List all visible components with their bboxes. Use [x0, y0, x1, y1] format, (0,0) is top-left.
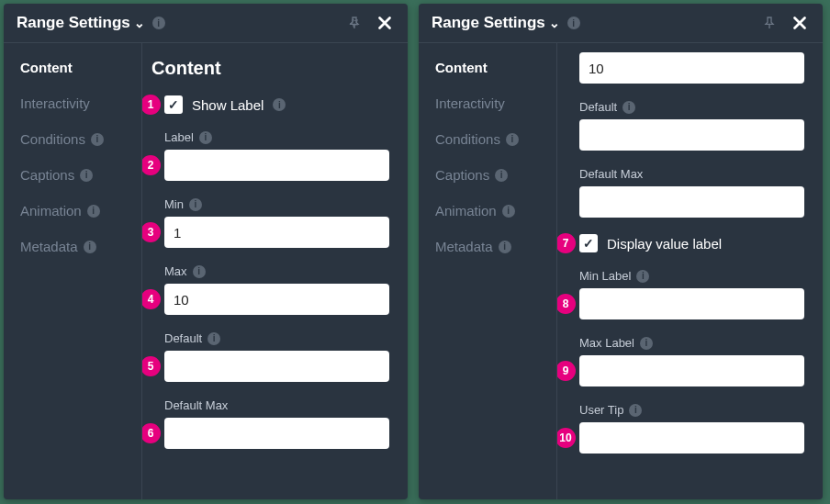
sidebar-item-label: Conditions	[435, 131, 500, 147]
field-label: Max Labeli	[579, 336, 804, 350]
max-label-field: 9 Max Labeli	[566, 336, 804, 386]
annotation-marker: 2	[141, 155, 161, 175]
sidebar-item-content[interactable]: Content	[20, 60, 141, 75]
max-label-input[interactable]	[579, 355, 804, 386]
default-field: 5 Defaulti	[151, 331, 389, 382]
info-icon[interactable]: i	[636, 270, 649, 283]
info-icon[interactable]: i	[189, 198, 202, 211]
settings-panel-left: Range Settings ⌄ i Content Interactivity…	[4, 4, 408, 499]
content-area: Defaulti Default Max 7 ✓ Display value l…	[556, 43, 823, 499]
sidebar-item-label: Animation	[435, 203, 497, 218]
pin-icon[interactable]	[762, 16, 777, 30]
max-input[interactable]	[164, 284, 389, 315]
sidebar-item-captions[interactable]: Captionsi	[20, 167, 141, 183]
user-tip-field: 10 User Tipi	[566, 403, 804, 454]
section-title: Content	[151, 58, 389, 79]
panel-title-text: Range Settings	[17, 14, 130, 32]
settings-panel-right: Range Settings ⌄ i Content Interactivity…	[419, 4, 823, 499]
sidebar-item-metadata[interactable]: Metadatai	[20, 239, 141, 254]
sidebar-item-label: Metadata	[20, 239, 78, 254]
close-icon[interactable]	[375, 13, 395, 33]
default-max-field: 6 Default Max	[151, 398, 389, 449]
info-icon: i	[499, 241, 511, 253]
annotation-marker: 9	[556, 361, 576, 381]
sidebar: Content Interactivity Conditionsi Captio…	[4, 43, 141, 499]
annotation-marker: 4	[141, 289, 161, 309]
default-input[interactable]	[579, 119, 804, 151]
sidebar-item-label: Interactivity	[20, 95, 90, 111]
sidebar-item-metadata[interactable]: Metadatai	[435, 239, 556, 254]
sidebar-item-conditions[interactable]: Conditionsi	[20, 131, 141, 147]
close-icon[interactable]	[790, 13, 810, 33]
panel-header: Range Settings ⌄ i	[4, 4, 408, 43]
default-field: Defaulti	[566, 100, 804, 151]
info-icon[interactable]: i	[622, 101, 635, 114]
sidebar-item-label: Interactivity	[435, 95, 505, 111]
info-icon[interactable]: i	[629, 404, 642, 417]
display-value-label-text: Display value label	[607, 236, 722, 252]
max-field: 4 Maxi	[151, 264, 389, 315]
field-label: Maxi	[164, 264, 389, 278]
panel-title[interactable]: Range Settings ⌄	[432, 14, 560, 32]
info-icon: i	[502, 205, 515, 218]
annotation-marker: 7	[556, 233, 576, 253]
info-icon[interactable]: i	[640, 337, 653, 350]
header-actions	[347, 13, 395, 33]
top-value-input[interactable]	[579, 52, 804, 84]
panel-title[interactable]: Range Settings ⌄	[17, 14, 145, 32]
sidebar-item-content[interactable]: Content	[435, 60, 556, 75]
info-icon[interactable]: i	[567, 17, 580, 29]
annotation-marker: 6	[141, 423, 161, 443]
sidebar-item-interactivity[interactable]: Interactivity	[20, 95, 141, 111]
info-icon[interactable]: i	[152, 17, 165, 29]
min-field: 3 Mini	[151, 197, 389, 248]
sidebar-item-label: Captions	[435, 167, 489, 183]
show-label-row: 1 ✓ Show Label i	[151, 95, 389, 114]
panel-header: Range Settings ⌄ i	[419, 4, 823, 43]
annotation-marker: 1	[141, 95, 161, 115]
field-label: Defaulti	[579, 100, 804, 114]
show-label-checkbox[interactable]: ✓	[164, 95, 183, 114]
sidebar-item-captions[interactable]: Captionsi	[435, 167, 556, 183]
sidebar-item-label: Metadata	[435, 239, 493, 254]
min-input[interactable]	[164, 217, 389, 248]
default-input[interactable]	[164, 351, 389, 382]
sidebar-item-label: Content	[20, 60, 73, 75]
show-label-text: Show Label	[192, 97, 264, 113]
annotation-marker: 10	[556, 428, 576, 448]
sidebar-item-animation[interactable]: Animationi	[435, 203, 556, 218]
info-icon[interactable]: i	[199, 131, 212, 144]
label-input[interactable]	[164, 150, 389, 181]
sidebar-item-label: Animation	[20, 203, 82, 218]
field-label: Labeli	[164, 130, 389, 144]
info-icon[interactable]: i	[193, 265, 206, 278]
header-actions	[762, 13, 810, 33]
sidebar: Content Interactivity Conditionsi Captio…	[419, 43, 556, 499]
info-icon[interactable]: i	[273, 98, 286, 111]
info-icon[interactable]: i	[208, 332, 220, 345]
display-value-label-checkbox[interactable]: ✓	[579, 234, 598, 252]
display-value-label-row: 7 ✓ Display value label	[566, 234, 804, 252]
field-label: Min Labeli	[579, 269, 804, 283]
info-icon: i	[506, 133, 519, 146]
sidebar-item-conditions[interactable]: Conditionsi	[435, 131, 556, 147]
info-icon: i	[87, 205, 100, 218]
annotation-marker: 3	[141, 222, 161, 242]
min-label-input[interactable]	[579, 288, 804, 319]
panel-body: Content Interactivity Conditionsi Captio…	[419, 43, 823, 499]
sidebar-item-label: Captions	[20, 167, 74, 183]
info-icon: i	[80, 169, 93, 182]
default-max-input[interactable]	[164, 418, 389, 449]
annotation-marker: 5	[141, 356, 161, 376]
panel-body: Content Interactivity Conditionsi Captio…	[4, 43, 408, 499]
pin-icon[interactable]	[347, 16, 362, 30]
user-tip-input[interactable]	[579, 422, 804, 454]
sidebar-item-animation[interactable]: Animationi	[20, 203, 141, 218]
sidebar-item-interactivity[interactable]: Interactivity	[435, 95, 556, 111]
default-max-input[interactable]	[579, 186, 804, 218]
sidebar-item-label: Content	[435, 60, 488, 75]
chevron-down-icon: ⌄	[134, 16, 145, 30]
panel-title-text: Range Settings	[432, 14, 545, 32]
info-icon: i	[84, 241, 96, 253]
field-label: Defaulti	[164, 331, 389, 345]
